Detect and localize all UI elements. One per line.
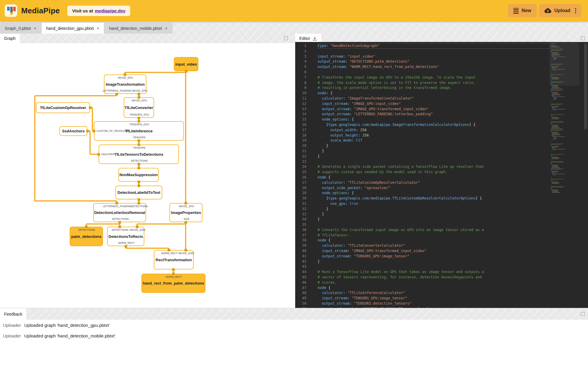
file-tab-hand_detection_gpu.pbtxt[interactable]: hand_detection_gpu.pbtxt× bbox=[42, 23, 104, 34]
graph-canvas[interactable]: input_videoImageTransformationIMAGE_GPUL… bbox=[0, 43, 295, 308]
code-token: } bbox=[322, 149, 324, 153]
minimap-token bbox=[551, 121, 564, 122]
code-token: } bbox=[318, 217, 320, 221]
line-number: 42 bbox=[295, 259, 306, 264]
minimap-token bbox=[552, 158, 554, 158]
minimap-token bbox=[552, 93, 554, 94]
code-line: calculator: "TfLiteCustomOpResolverCalcu… bbox=[318, 180, 550, 186]
more-options-icon[interactable] bbox=[575, 8, 576, 13]
code-token: FIT bbox=[356, 138, 362, 142]
minimap-token bbox=[554, 86, 558, 87]
node-TfLiteInference[interactable]: TfLiteInferenceTENSORS_GPUTENSORSCUSTOM_… bbox=[94, 121, 184, 141]
code-token: output_stream bbox=[322, 107, 349, 111]
minimap-token bbox=[552, 56, 554, 56]
port-connector bbox=[138, 143, 140, 146]
minimap-token bbox=[555, 128, 560, 128]
code-token: : bbox=[343, 181, 347, 185]
graph-edge bbox=[92, 108, 93, 131]
node-DetectionLetterboxRemoval[interactable]: DetectionLetterboxRemovalLETTERBOX_PADDI… bbox=[93, 203, 146, 222]
node-title: NonMaxSuppression bbox=[120, 173, 158, 177]
code-token: calculator bbox=[322, 96, 343, 100]
code-token: calculator bbox=[322, 181, 343, 185]
node-input_video[interactable]: input_video bbox=[174, 57, 198, 71]
code-token: "TENSORS_GPU:image_tensor" bbox=[352, 296, 407, 300]
minimap-token bbox=[552, 119, 554, 119]
minimap-token bbox=[556, 138, 556, 139]
file-tab-hand_detection_mobile.pbtxt[interactable]: hand_detection_mobile.pbtxt× bbox=[104, 23, 172, 34]
line-number: 32 bbox=[295, 207, 306, 212]
minimap-token bbox=[554, 87, 558, 87]
node-DetectionLabelIdToText[interactable]: DetectionLabelIdToText bbox=[115, 186, 162, 199]
tab-feedback[interactable]: Feedback bbox=[0, 308, 26, 320]
code-token: : bbox=[343, 243, 347, 248]
node-RectTransformation[interactable]: RectTransformationNORM_RECTIMAGE_SIZE bbox=[154, 250, 194, 269]
node-NonMaxSuppression[interactable]: NonMaxSuppression bbox=[118, 168, 159, 182]
code-token: "HandDetectionSubgraph" bbox=[330, 44, 379, 48]
tab-graph[interactable]: Graph bbox=[0, 34, 20, 43]
code-line: # Generates a single side packet contain… bbox=[318, 164, 550, 170]
code-token: calculator bbox=[322, 243, 343, 248]
line-number: 11 bbox=[295, 96, 306, 101]
tab-close-icon[interactable]: × bbox=[97, 26, 99, 30]
cloud-upload-icon bbox=[544, 8, 551, 13]
tab-close-icon[interactable]: × bbox=[165, 26, 167, 30]
expand-editor-panel-icon[interactable] bbox=[581, 36, 585, 40]
feedback-source: Uploader bbox=[0, 323, 24, 328]
minimap[interactable] bbox=[551, 43, 576, 193]
line-number: 14 bbox=[295, 112, 306, 117]
node-ImageTransformation[interactable]: ImageTransformationIMAGE_GPULETTERBOX_PA… bbox=[104, 74, 146, 94]
mediapipe-dev-link[interactable]: mediapipe.dev bbox=[95, 8, 125, 13]
minimap-token bbox=[551, 120, 551, 120]
minimap-token bbox=[551, 168, 564, 169]
minimap-token bbox=[558, 174, 564, 174]
line-number: 24 bbox=[295, 164, 306, 170]
node-TfLiteConverter[interactable]: TfLiteConverterIMAGE_GPUTENSORS_GPU bbox=[124, 97, 154, 118]
node-ImageProperties[interactable]: ImagePropertiesIMAGE_GPUSIZE bbox=[169, 203, 202, 222]
file-tab-Graph_0.pbtxt[interactable]: Graph_0.pbtxt× bbox=[0, 23, 42, 34]
code-token: input_stream bbox=[322, 296, 347, 300]
minimap-token bbox=[555, 67, 557, 68]
output-port-label: SIZE bbox=[184, 217, 190, 220]
node-TfLiteCustomOpResolver[interactable]: TfLiteCustomOpResolver bbox=[36, 102, 90, 113]
line-number: 26 bbox=[295, 175, 306, 180]
feedback-message: Uploaded graph 'hand_detection_mobile.pb… bbox=[24, 333, 115, 338]
minimap-token bbox=[556, 98, 556, 98]
tab-close-icon[interactable]: × bbox=[34, 26, 37, 30]
node-title: input_video bbox=[175, 62, 197, 66]
minimap-token bbox=[554, 125, 558, 126]
new-button[interactable]: New bbox=[508, 4, 537, 17]
minimap-token bbox=[551, 73, 551, 73]
minimap-token bbox=[552, 167, 554, 167]
node-TfLiteTensorsToDetections[interactable]: TfLiteTensorsToDetectionsTENSORSDETECTIO… bbox=[99, 144, 179, 164]
expand-feedback-panel-icon[interactable] bbox=[581, 312, 585, 316]
port-connector bbox=[138, 93, 140, 95]
node-DetectionsToRects[interactable]: DetectionsToRectsDETECTIONSIMAGE_SIZENOR… bbox=[107, 227, 144, 246]
editor-scrollbar[interactable] bbox=[584, 43, 587, 129]
upload-button[interactable]: Upload bbox=[539, 4, 582, 17]
code-editor[interactable]: 1234567891011121314151617181920212223242… bbox=[295, 42, 588, 308]
minimap-token bbox=[558, 137, 564, 137]
code-line: } bbox=[318, 217, 550, 222]
input-port-label: DETECTIONS bbox=[131, 205, 148, 208]
minimap-token bbox=[551, 181, 552, 181]
minimap-token bbox=[552, 88, 554, 88]
code-token: node_options bbox=[322, 117, 347, 121]
minimap-token bbox=[551, 142, 551, 142]
feedback-source: Uploader bbox=[0, 333, 24, 338]
output-port-label: TENSORS bbox=[133, 136, 146, 139]
node-palm_detections[interactable]: palm_detectionsDETECTIONS bbox=[70, 227, 103, 246]
node-hand_rect_from_palm_detections[interactable]: hand_rect_from_palm_detectionsNORM_RECT bbox=[141, 274, 205, 293]
minimap-token bbox=[555, 70, 556, 71]
node-SsdAnchors[interactable]: SsdAnchors bbox=[59, 126, 87, 136]
code-line: type: "HandDetectionSubgraph" bbox=[318, 43, 550, 49]
minimap-token bbox=[551, 130, 561, 131]
feedback-message: Uploaded graph 'hand_detection_gpu.pbtxt… bbox=[24, 323, 110, 328]
visit-badge: Visit us at mediapipe.dev bbox=[67, 6, 130, 16]
code-token: : bbox=[349, 112, 354, 116]
expand-graph-panel-icon[interactable] bbox=[284, 36, 288, 40]
code-area[interactable]: type: "HandDetectionSubgraph"input_strea… bbox=[309, 42, 550, 308]
port-connector bbox=[185, 70, 187, 73]
minimap-token bbox=[553, 59, 556, 59]
graph-edge bbox=[35, 95, 117, 96]
download-icon[interactable] bbox=[313, 36, 317, 41]
